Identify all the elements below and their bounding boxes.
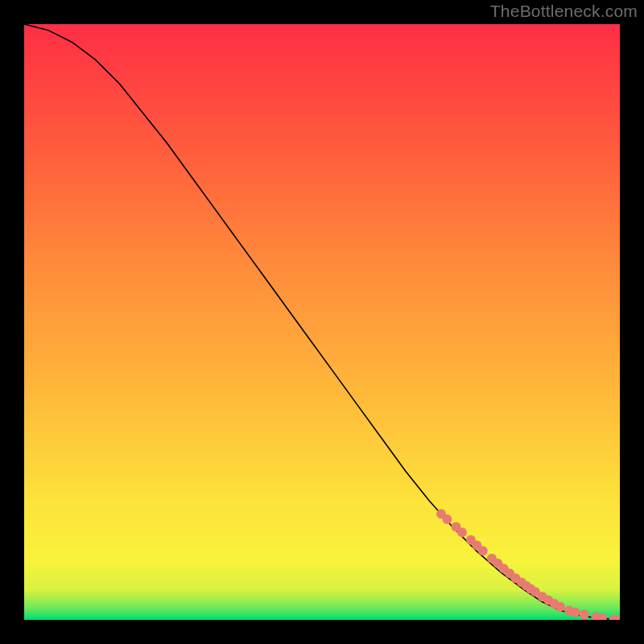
- scatter-point: [442, 514, 452, 524]
- curve-line: [24, 24, 620, 620]
- scatter-point: [580, 609, 589, 619]
- chart-frame: TheBottleneck.com: [0, 0, 644, 644]
- scatter-point: [478, 546, 488, 555]
- scatter-point: [571, 607, 580, 617]
- chart-overlay-svg: [24, 24, 620, 620]
- scatter-point: [555, 602, 565, 612]
- scatter-markers: [436, 509, 620, 620]
- scatter-point: [457, 527, 467, 537]
- plot-area: [24, 24, 620, 620]
- watermark-text: TheBottleneck.com: [490, 2, 638, 21]
